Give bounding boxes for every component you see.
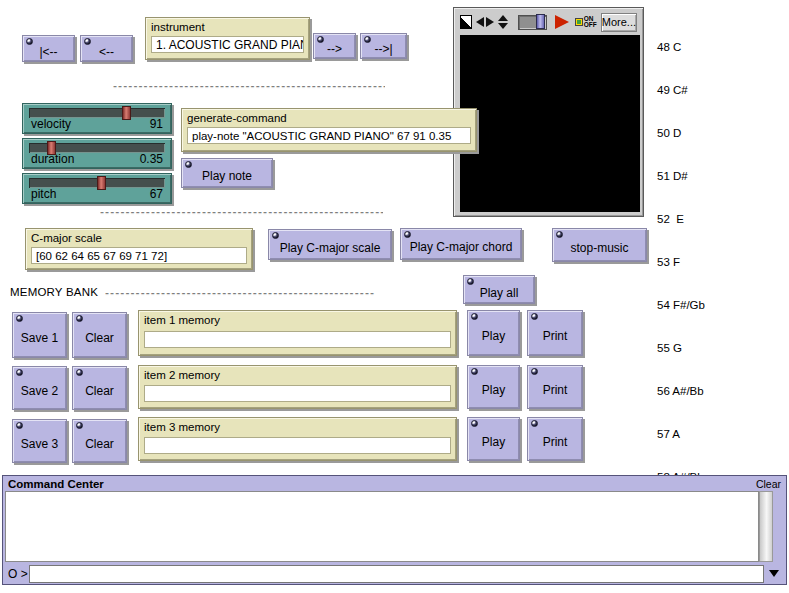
graphics-window-toolbar: ON OFF More... xyxy=(457,10,640,34)
play-2-button[interactable]: Play xyxy=(467,365,520,409)
button-action-icon xyxy=(556,231,563,238)
clear-3-button[interactable]: Clear xyxy=(72,419,127,463)
slider-label: duration xyxy=(31,152,74,166)
play-scale-button[interactable]: Play C-major scale xyxy=(268,229,392,260)
play-all-button[interactable]: Play all xyxy=(463,275,535,304)
button-action-icon xyxy=(185,161,192,168)
command-center-header: Command Center Clear xyxy=(3,476,786,491)
note-list-item: 56 A#/Bb xyxy=(657,384,705,398)
button-action-icon xyxy=(76,315,83,322)
generate-command-value: play-note "ACOUSTIC GRAND PIANO" 67 91 0… xyxy=(187,127,471,144)
graphics-canvas[interactable] xyxy=(460,35,640,212)
command-log[interactable] xyxy=(5,491,759,562)
button-action-icon xyxy=(16,315,23,322)
play-3-button[interactable]: Play xyxy=(467,417,520,461)
prev-note-button[interactable]: <-- xyxy=(80,35,133,62)
slider-value: 0.35 xyxy=(140,152,163,166)
save-1-button[interactable]: Save 1 xyxy=(12,312,67,358)
slider-value: 67 xyxy=(150,187,163,201)
app-window: |<-- <-- instrument 1. ACOUSTIC GRAND PI… xyxy=(0,0,789,593)
button-action-icon xyxy=(84,38,91,45)
clear-2-button[interactable]: Clear xyxy=(72,366,127,410)
button-action-icon xyxy=(16,422,23,429)
contrast-icon[interactable] xyxy=(460,15,472,29)
play-label: Play xyxy=(482,435,505,449)
button-action-icon xyxy=(364,36,371,43)
next-note-label: --> xyxy=(327,42,342,56)
clear-label: Clear xyxy=(85,384,114,398)
duration-slider[interactable]: duration 0.35 xyxy=(22,138,172,169)
next-note-button[interactable]: --> xyxy=(313,33,356,59)
memory-monitor-value xyxy=(144,331,451,348)
memory-monitor-value xyxy=(144,385,451,402)
play-all-label: Play all xyxy=(480,286,519,300)
command-log-scrollbar[interactable] xyxy=(759,491,773,562)
speed-slider-thumb[interactable] xyxy=(536,14,545,29)
clear-log-button[interactable]: Clear xyxy=(756,478,781,490)
item-1-memory-monitor: item 1 memory xyxy=(138,310,457,356)
button-action-icon xyxy=(404,231,411,238)
button-action-icon xyxy=(26,38,33,45)
memory-monitor-label: item 2 memory xyxy=(144,369,451,382)
velocity-slider[interactable]: velocity 91 xyxy=(22,103,172,134)
button-action-icon xyxy=(467,278,474,285)
on-off-toggle[interactable]: ON OFF xyxy=(575,16,597,29)
print-3-button[interactable]: Print xyxy=(527,417,583,461)
horizontal-arrows-icon[interactable] xyxy=(476,17,494,27)
last-note-button[interactable]: -->| xyxy=(360,33,407,59)
print-label: Print xyxy=(543,383,568,397)
slider-label: velocity xyxy=(31,117,71,131)
stop-music-button[interactable]: stop-music xyxy=(552,228,647,262)
generate-command-monitor: generate-command play-note "ACOUSTIC GRA… xyxy=(181,108,477,152)
note-list-item: 48 C xyxy=(657,40,705,54)
command-prompt: O > xyxy=(5,567,29,581)
save-3-button[interactable]: Save 3 xyxy=(12,419,67,463)
command-input[interactable] xyxy=(29,565,764,583)
print-label: Print xyxy=(543,435,568,449)
play-label: Play xyxy=(482,329,505,343)
note-list-item: 57 A xyxy=(657,427,705,441)
play-chord-button[interactable]: Play C-major chord xyxy=(400,228,522,260)
save-2-button[interactable]: Save 2 xyxy=(12,366,67,410)
memory-monitor-label: item 3 memory xyxy=(144,421,451,434)
print-label: Print xyxy=(543,329,568,343)
clear-1-button[interactable]: Clear xyxy=(72,312,127,358)
note-list-item: 55 G xyxy=(657,341,705,355)
command-center: Command Center Clear O > xyxy=(2,475,787,585)
c-major-scale-monitor: C-major scale [60 62 64 65 67 69 71 72] xyxy=(25,228,253,270)
note-list-item: 54 F#/Gb xyxy=(657,298,705,312)
prev-note-label: <-- xyxy=(99,45,114,59)
vertical-arrows-icon[interactable] xyxy=(498,15,508,29)
play-chord-label: Play C-major chord xyxy=(410,240,513,254)
slider-label: pitch xyxy=(31,187,56,201)
slider-value: 91 xyxy=(150,117,163,131)
separator-line: ----------------------------------------… xyxy=(100,206,383,218)
note-list-item: 53 F xyxy=(657,255,705,269)
instrument-monitor: instrument 1. ACOUSTIC GRAND PIANO xyxy=(145,17,310,60)
clear-label: Clear xyxy=(85,331,114,345)
c-major-scale-label: C-major scale xyxy=(31,232,247,245)
pitch-slider[interactable]: pitch 67 xyxy=(22,173,172,204)
history-dropdown-icon[interactable] xyxy=(764,570,784,577)
clear-label: Clear xyxy=(85,437,114,451)
stop-music-label: stop-music xyxy=(570,241,628,255)
first-note-button[interactable]: |<-- xyxy=(22,35,75,62)
item-2-memory-monitor: item 2 memory xyxy=(138,365,457,409)
speed-slider[interactable] xyxy=(518,15,547,30)
toggle-box-icon[interactable] xyxy=(575,18,583,26)
off-label: OFF xyxy=(584,22,597,29)
note-list-item: 50 D xyxy=(657,126,705,140)
button-action-icon xyxy=(76,369,83,376)
c-major-scale-value: [60 62 64 65 67 69 71 72] xyxy=(31,247,247,264)
play-1-button[interactable]: Play xyxy=(467,310,520,356)
print-1-button[interactable]: Print xyxy=(527,310,583,356)
more-button[interactable]: More... xyxy=(601,13,637,32)
play-note-button[interactable]: Play note xyxy=(181,158,273,188)
print-2-button[interactable]: Print xyxy=(527,365,583,409)
note-list-item: 51 D# xyxy=(657,169,705,183)
instrument-value: 1. ACOUSTIC GRAND PIANO xyxy=(151,36,304,53)
command-input-row: O > xyxy=(5,564,784,583)
button-action-icon xyxy=(531,420,538,427)
first-note-label: |<-- xyxy=(39,45,57,59)
save-label: Save 1 xyxy=(21,331,58,345)
